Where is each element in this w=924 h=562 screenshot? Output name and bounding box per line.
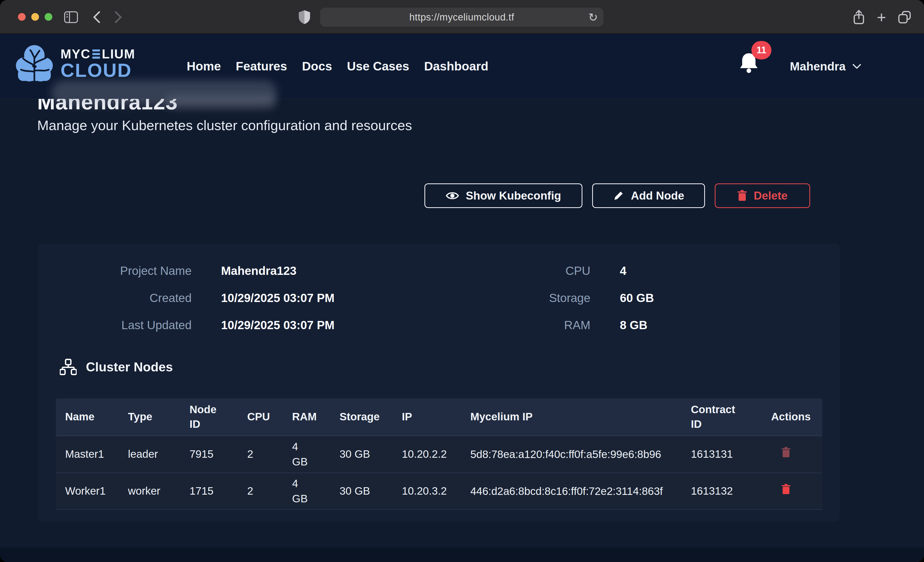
cell-storage: 30 GB [330,484,393,499]
add-node-button[interactable]: Add Node [592,184,705,208]
cell-ram: 4 GB [283,439,330,469]
delete-label: Delete [754,189,788,202]
cell-ip: 10.20.2.2 [393,447,461,462]
back-button[interactable] [89,10,104,25]
mycelium-tree-icon [15,42,54,85]
page-footer-strip [0,548,924,562]
col-header-type: Type [119,410,180,424]
cell-type: worker [119,484,180,499]
col-header-name: Name [56,410,119,424]
plus-icon: + [877,9,886,25]
cell-node-id: 7915 [180,447,238,462]
address-bar[interactable]: https://myceliumcloud.tf ↻ [320,8,603,27]
trash-icon [782,447,790,458]
sidebar-toggle-button[interactable] [64,10,78,25]
site-header: MYCLIUM CLOUD Home Features Docs Use Cas… [0,34,924,99]
last-updated-value: 10/29/2025 03:07 PM [221,318,334,332]
storage-value: 60 GB [620,291,654,305]
storage-label: Storage [477,291,590,305]
cluster-nodes-section-head: Cluster Nodes [60,359,173,375]
brand-bottom-line: CLOUD [60,61,135,80]
cpu-label: CPU [477,264,590,278]
delete-node-button[interactable] [782,447,790,458]
cluster-nodes-table: Name Type Node ID CPU RAM Storage IP Myc… [56,398,822,510]
brand-e-bars-icon [92,49,100,59]
nav-link-use-cases[interactable]: Use Cases [347,59,409,73]
notification-badge: 11 [752,41,771,60]
cell-contract-id: 1613132 [682,484,762,499]
table-row-master1: Master1 leader 7915 2 4 GB 30 GB 10.20.2… [56,435,822,472]
show-kubeconfig-button[interactable]: Show Kubeconfig [424,184,582,208]
reload-button[interactable]: ↻ [588,11,598,24]
browser-toolbar: https://myceliumcloud.tf ↻ + [0,0,924,34]
browser-window: https://myceliumcloud.tf ↻ + [0,0,924,562]
main-nav: Home Features Docs Use Cases Dashboard [187,34,488,99]
minimize-window-button[interactable] [31,13,39,21]
cell-contract-id: 1613131 [682,447,762,462]
last-updated-label: Last Updated [49,318,192,332]
cell-cpu: 2 [238,484,283,499]
ram-label: RAM [477,318,590,332]
network-nodes-icon [60,359,76,375]
cell-actions [762,484,820,499]
add-node-label: Add Node [631,189,684,202]
cell-name: Worker1 [56,484,119,499]
nav-link-dashboard[interactable]: Dashboard [424,59,489,73]
delete-cluster-button[interactable]: Delete [715,184,810,208]
brand-myc: MYC [60,48,90,60]
tab-overview-button[interactable] [897,10,912,25]
cell-mycelium-ip: 446:d2a6:8bcd:8c16:ff0f:72e2:3114:863f [461,483,682,499]
page-subtitle: Manage your Kubernetes cluster configura… [37,117,412,133]
show-kubeconfig-label: Show Kubeconfig [466,189,561,202]
cell-mycelium-ip: 5d8:78ea:a120:f40c:ff0f:a5fe:99e6:8b96 [461,446,682,462]
details-left-column: Project Name Mahendra123 Created 10/29/2… [49,264,334,332]
brand-logo[interactable]: MYCLIUM CLOUD [15,42,135,85]
delete-node-button[interactable] [782,484,790,495]
traffic-lights [18,13,52,21]
created-label: Created [49,291,192,305]
col-header-cpu: CPU [238,410,283,424]
project-name-label: Project Name [49,264,192,278]
brand-lium: LIUM [102,48,135,60]
cluster-action-buttons: Show Kubeconfig Add Node Delete [424,184,810,208]
cell-type: leader [119,447,180,462]
cluster-details-card: Project Name Mahendra123 Created 10/29/2… [38,244,840,522]
brand-wordmark: MYCLIUM CLOUD [60,48,135,80]
forward-button[interactable] [111,10,126,25]
table-row-worker1: Worker1 worker 1715 2 4 GB 30 GB 10.20.3… [56,472,822,510]
cluster-nodes-title: Cluster Nodes [86,360,173,375]
col-header-storage: Storage [330,410,393,424]
cell-node-id: 1715 [180,484,238,499]
details-right-column: CPU 4 Storage 60 GB RAM 8 GB [477,264,654,332]
col-header-actions: Actions [762,410,820,424]
nav-link-home[interactable]: Home [187,59,221,73]
cell-actions [762,447,820,462]
project-name-value: Mahendra123 [221,264,334,278]
new-tab-button[interactable]: + [874,10,889,25]
zoom-window-button[interactable] [45,13,52,21]
ram-value: 8 GB [620,318,654,332]
notifications-button[interactable]: 11 [739,52,770,85]
col-header-contract-id: Contract ID [682,402,762,431]
nav-link-docs[interactable]: Docs [302,59,332,73]
chevron-down-icon [852,63,861,69]
created-value: 10/29/2025 03:07 PM [221,291,334,305]
cpu-value: 4 [620,264,654,278]
cell-name: Master1 [56,447,119,462]
address-bar-url[interactable]: https://myceliumcloud.tf [409,12,514,23]
cell-ram: 4 GB [283,476,330,507]
eye-icon [446,191,459,200]
user-name: Mahendra [790,60,846,73]
pencil-icon [613,190,624,201]
nav-link-features[interactable]: Features [236,59,287,73]
trash-icon [782,484,790,495]
user-menu[interactable]: Mahendra [790,34,861,99]
table-header-row: Name Type Node ID CPU RAM Storage IP Myc… [56,398,822,435]
cell-ip: 10.20.3.2 [393,484,461,499]
col-header-node-id: Node ID [180,402,238,431]
privacy-shield-icon[interactable] [297,10,312,25]
share-button[interactable] [851,10,866,25]
trash-icon [737,190,747,201]
brand-top-line: MYCLIUM [60,48,135,60]
close-window-button[interactable] [18,13,26,21]
